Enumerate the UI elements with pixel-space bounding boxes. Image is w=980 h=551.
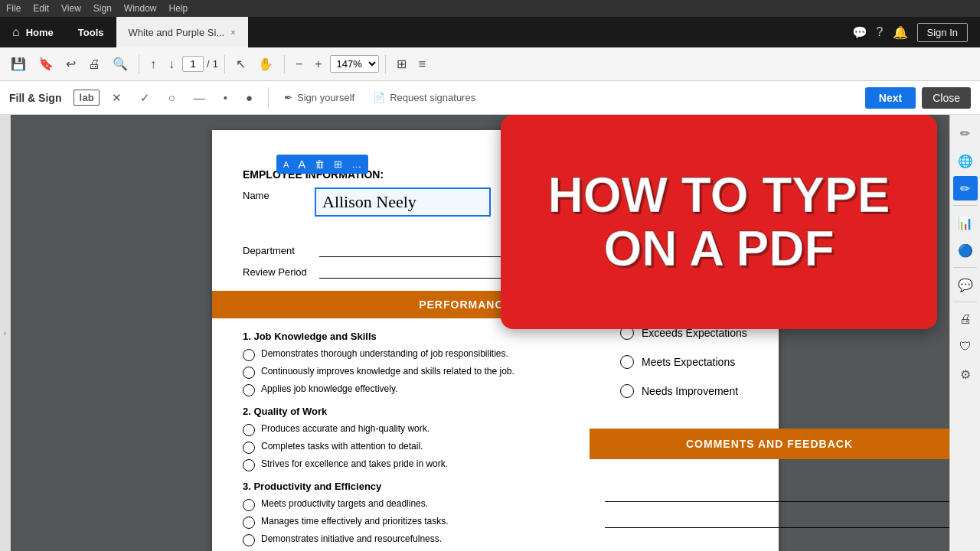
radio-2-3[interactable]: [243, 459, 255, 471]
radio-3-3[interactable]: [243, 534, 255, 546]
black-dot-tool-button[interactable]: ●: [240, 88, 259, 107]
right-tool-separator-2: [953, 267, 977, 268]
right-tool-security[interactable]: 🛡: [953, 334, 978, 359]
right-tool-highlight[interactable]: 🔵: [953, 238, 978, 262]
comment-line-2[interactable]: [605, 510, 949, 528]
text-field-toolbar: A A 🗑 ⊞ …: [276, 155, 368, 174]
right-side-toolbar: ✏ 🌐 ✏ 📊 🔵 💬 🖨 🛡 ⚙: [949, 115, 980, 551]
next-page-button[interactable]: ↓: [164, 54, 179, 74]
criteria-text-1-1: Demonstrates thorough understanding of j…: [261, 348, 508, 359]
name-label: Name: [243, 190, 319, 201]
criteria-text-1-3: Applies job knowledge effectively.: [261, 383, 397, 394]
text-size-increase-button[interactable]: A: [294, 156, 309, 172]
right-tool-comment[interactable]: 📊: [953, 210, 978, 235]
menu-help[interactable]: Help: [169, 3, 188, 14]
comment-line-1[interactable]: [605, 484, 949, 502]
radio-3-1[interactable]: [243, 499, 255, 511]
prev-page-button[interactable]: ↑: [145, 54, 161, 74]
print-button[interactable]: 🖨: [83, 54, 105, 74]
delete-field-button[interactable]: 🗑: [311, 157, 328, 171]
radio-meets[interactable]: [620, 355, 634, 369]
tab-home[interactable]: ⌂ Home: [0, 17, 66, 47]
tab-right-icons: 💬 ? 🔔 Sign In: [852, 23, 980, 42]
fill-bar-separator: [268, 87, 269, 109]
next-button[interactable]: Next: [865, 87, 916, 109]
radio-2-1[interactable]: [243, 424, 255, 436]
radio-3-2[interactable]: [243, 517, 255, 529]
toolbar: 💾 🔖 ↩ 🖨 🔍 ↑ ↓ / 1 ↖ ✋ − + 147% 100% 75% …: [0, 47, 980, 81]
text-size-decrease-button[interactable]: A: [279, 158, 292, 171]
radio-1-3[interactable]: [243, 384, 255, 396]
pen-icon: ✒: [284, 92, 292, 103]
main-area: ‹ A A 🗑 ⊞ … EMPLOYEE INFORMATION: Name A…: [0, 115, 980, 551]
zoom-out-button[interactable]: −: [291, 54, 307, 74]
right-tool-translate[interactable]: 🌐: [953, 148, 978, 173]
page-number-input[interactable]: [182, 56, 204, 72]
sign-yourself-label: Sign yourself: [297, 92, 354, 103]
menu-file[interactable]: File: [6, 3, 21, 14]
cross-tool-button[interactable]: ✕: [106, 88, 128, 108]
field-options-button[interactable]: ⊞: [330, 157, 346, 171]
comment-lines: [605, 484, 949, 536]
separator-2: [224, 55, 225, 73]
menu-edit[interactable]: Edit: [33, 3, 49, 14]
request-signatures-button[interactable]: 📄 Request signatures: [367, 89, 482, 106]
tab-document[interactable]: White and Purple Si... ×: [116, 17, 248, 47]
request-signatures-label: Request signatures: [390, 92, 475, 103]
sign-yourself-button[interactable]: ✒ Sign yourself: [278, 89, 361, 106]
right-tool-separator-1: [953, 205, 977, 206]
help-icon[interactable]: ?: [877, 25, 884, 39]
overlay-thumbnail: HOW TO TYPE ON A PDF: [501, 115, 937, 329]
close-button[interactable]: Close: [922, 87, 971, 109]
tab-close-button[interactable]: ×: [230, 28, 235, 37]
criteria-item-2-3: Strives for excellence and takes pride i…: [243, 458, 748, 471]
check-tool-button[interactable]: ✓: [134, 88, 156, 108]
radio-needs[interactable]: [620, 384, 634, 398]
scroll-button[interactable]: ≡: [414, 54, 430, 74]
right-tool-settings[interactable]: ⚙: [953, 362, 978, 386]
zoom-in-button[interactable]: +: [310, 54, 326, 74]
separator-4: [385, 55, 386, 73]
zoom-search-button[interactable]: 🔍: [108, 54, 132, 74]
circle-tool-button[interactable]: ○: [162, 88, 181, 107]
overlay-line2: ON A PDF: [603, 221, 834, 276]
zoom-select[interactable]: 147% 100% 75% 50%: [330, 55, 379, 73]
dot-tool-button[interactable]: •: [217, 88, 234, 107]
radio-1-1[interactable]: [243, 349, 255, 361]
hand-tool-button[interactable]: ✋: [253, 54, 278, 74]
bookmark-button[interactable]: 🔖: [34, 54, 58, 74]
sidebar-collapse-button[interactable]: ‹: [0, 115, 11, 551]
undo-button[interactable]: ↩: [61, 54, 80, 74]
radio-1-2[interactable]: [243, 367, 255, 379]
notification-icon[interactable]: 🔔: [893, 25, 908, 40]
sign-in-button[interactable]: Sign In: [917, 23, 968, 42]
text-tool-button[interactable]: Ⅰab: [74, 90, 99, 106]
review-period-label: Review Period: [243, 266, 319, 278]
menu-view[interactable]: View: [61, 3, 81, 14]
menu-bar: File Edit View Sign Window Help: [0, 0, 980, 17]
request-sig-icon: 📄: [373, 92, 385, 103]
radio-2-2[interactable]: [243, 442, 255, 454]
menu-sign[interactable]: Sign: [93, 3, 112, 14]
tab-tools[interactable]: Tools: [66, 17, 116, 47]
more-options-button[interactable]: …: [348, 157, 365, 171]
criteria-text-2-3: Strives for excellence and takes pride i…: [261, 458, 448, 469]
criteria-text-3-3: Demonstrates initiative and resourcefuln…: [261, 533, 442, 544]
right-tool-redact[interactable]: ✏: [953, 176, 978, 201]
line-tool-button[interactable]: —: [188, 88, 211, 107]
criteria-text-1-2: Continuously improves knowledge and skil…: [261, 366, 514, 377]
fit-button[interactable]: ⊞: [392, 54, 411, 74]
menu-window[interactable]: Window: [124, 3, 157, 14]
separator-1: [139, 55, 139, 73]
cursor-tool-button[interactable]: ↖: [231, 54, 250, 74]
name-text-input[interactable]: Allison Neely: [315, 187, 491, 217]
rating-item-meets: Meets Expectations: [620, 355, 949, 369]
chat-icon[interactable]: 💬: [852, 25, 867, 40]
comments-header: COMMENTS AND FEEDBACK: [590, 429, 949, 459]
right-tool-edit[interactable]: ✏: [953, 121, 978, 145]
right-tool-chat[interactable]: 💬: [953, 272, 978, 297]
right-tool-print[interactable]: 🖨: [953, 307, 978, 331]
save-button[interactable]: 💾: [6, 54, 31, 74]
criteria-text-2-2: Completes tasks with attention to detail…: [261, 441, 423, 452]
overlay-line1: HOW TO TYPE: [548, 168, 890, 223]
